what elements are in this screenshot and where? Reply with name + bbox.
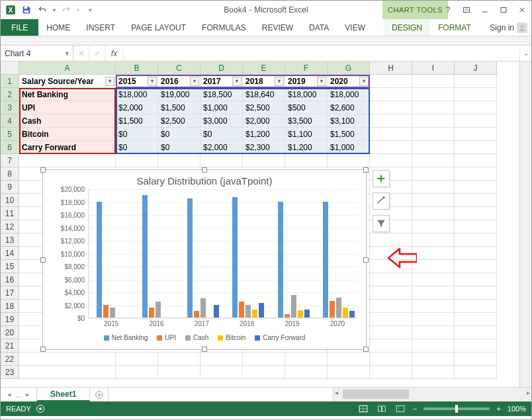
close-icon[interactable]: [513, 1, 531, 19]
chart-handle[interactable]: [40, 167, 46, 173]
cell[interactable]: [455, 339, 497, 353]
row-header[interactable]: 2: [1, 88, 19, 101]
name-box-dropdown-icon[interactable]: ▼: [64, 50, 70, 57]
cell[interactable]: [412, 181, 455, 194]
chart-bar[interactable]: [110, 308, 115, 317]
view-normal-icon[interactable]: [357, 403, 369, 414]
minimize-icon[interactable]: [476, 1, 494, 19]
cell[interactable]: Bitcoin: [19, 128, 116, 141]
chart-bar[interactable]: [103, 305, 109, 318]
column-header[interactable]: D: [200, 62, 243, 75]
macro-record-icon[interactable]: [36, 405, 44, 413]
filter-dropdown-icon[interactable]: ▾: [275, 77, 284, 86]
legend-item[interactable]: Carry Forward: [255, 334, 305, 341]
cell[interactable]: Salary Source/Year▾: [19, 75, 116, 88]
cell[interactable]: [412, 313, 455, 326]
column-header[interactable]: F: [285, 62, 328, 75]
cell[interactable]: $0: [116, 128, 158, 141]
cell[interactable]: [243, 366, 285, 379]
cell[interactable]: [412, 247, 455, 260]
chart-handle[interactable]: [363, 347, 369, 352]
cell[interactable]: [328, 366, 370, 379]
cell[interactable]: [370, 300, 412, 313]
chart-bar[interactable]: [343, 308, 348, 317]
maximize-icon[interactable]: [494, 1, 513, 19]
chart-bar[interactable]: [259, 303, 264, 317]
cell[interactable]: [19, 154, 116, 167]
hscroll-thumb[interactable]: [343, 390, 409, 399]
cell[interactable]: [285, 353, 328, 366]
cell[interactable]: $3,000: [200, 114, 243, 128]
chart-handle[interactable]: [40, 257, 46, 263]
cancel-formula-icon[interactable]: ✕: [73, 46, 89, 61]
chart-bar[interactable]: [142, 195, 148, 317]
column-header[interactable]: H: [370, 62, 412, 75]
chart-bar[interactable]: [194, 311, 199, 317]
cell[interactable]: $1,500: [116, 114, 158, 128]
cell[interactable]: [455, 88, 497, 101]
filter-dropdown-icon[interactable]: ▾: [148, 77, 157, 86]
chart-bar[interactable]: [291, 295, 296, 317]
cell[interactable]: [243, 154, 285, 167]
sheet-tab-sheet1[interactable]: Sheet1: [37, 388, 90, 401]
chart-bar[interactable]: [200, 298, 206, 317]
formula-bar-expand-icon[interactable]: ⌄: [519, 46, 531, 61]
tab-design[interactable]: DESIGN: [384, 19, 430, 36]
cell[interactable]: [370, 154, 412, 167]
column-header[interactable]: I: [412, 62, 455, 75]
cell[interactable]: $0: [200, 128, 243, 141]
cell[interactable]: [158, 353, 200, 366]
chart-bar[interactable]: [239, 302, 244, 317]
cell[interactable]: [370, 101, 412, 114]
cell[interactable]: [370, 353, 412, 366]
tab-view[interactable]: VIEW: [337, 19, 373, 36]
tab-page-layout[interactable]: PAGE LAYOUT: [123, 19, 194, 36]
sheet-nav-first-icon[interactable]: ◂: [5, 390, 14, 399]
cell[interactable]: $1,200: [285, 141, 328, 154]
chart-bar[interactable]: [97, 202, 102, 318]
cell[interactable]: [200, 154, 243, 167]
cell[interactable]: Cash: [19, 114, 116, 128]
cell[interactable]: [243, 353, 285, 366]
cell[interactable]: Net Banking: [19, 88, 116, 101]
cell[interactable]: [412, 141, 455, 154]
formula-input[interactable]: [124, 46, 519, 61]
chart-bar[interactable]: [232, 197, 238, 317]
filter-dropdown-icon[interactable]: ▾: [359, 77, 369, 86]
tab-home[interactable]: HOME: [38, 19, 78, 36]
ribbon-display-icon[interactable]: [457, 1, 476, 19]
row-header[interactable]: 11: [1, 207, 19, 220]
column-header[interactable]: A: [19, 62, 116, 75]
cell[interactable]: $18,640: [243, 88, 285, 101]
cell[interactable]: $18,500: [200, 88, 243, 101]
chart-bar[interactable]: [298, 310, 303, 317]
row-header[interactable]: 19: [1, 313, 19, 326]
tab-format[interactable]: FORMAT: [430, 19, 479, 36]
cell[interactable]: [455, 286, 497, 300]
cell[interactable]: $18,000: [116, 88, 158, 101]
cell[interactable]: [412, 233, 455, 247]
row-header[interactable]: 16: [1, 273, 19, 286]
chart-bar[interactable]: [149, 308, 154, 317]
cell[interactable]: [412, 88, 455, 101]
row-header[interactable]: 18: [1, 300, 19, 313]
chart-handle[interactable]: [202, 167, 207, 173]
tab-file[interactable]: FILE: [1, 19, 38, 36]
row-header[interactable]: 5: [1, 128, 19, 141]
legend-item[interactable]: UPI: [157, 334, 176, 341]
sign-in[interactable]: Sign in: [490, 19, 527, 36]
cell[interactable]: [19, 353, 116, 366]
cell[interactable]: UPI: [19, 101, 116, 114]
cell[interactable]: [455, 220, 497, 233]
cell[interactable]: $0: [116, 141, 158, 154]
row-header[interactable]: 6: [1, 141, 19, 154]
chart-bar[interactable]: [252, 310, 257, 317]
tab-insert[interactable]: INSERT: [78, 19, 123, 36]
cell[interactable]: [412, 273, 455, 286]
row-header[interactable]: 14: [1, 247, 19, 260]
cell[interactable]: [455, 167, 497, 181]
cell[interactable]: [370, 114, 412, 128]
filter-dropdown-icon[interactable]: ▾: [190, 77, 199, 86]
cell[interactable]: $2,000: [200, 141, 243, 154]
qat-customize-icon[interactable]: ▾: [83, 3, 97, 17]
